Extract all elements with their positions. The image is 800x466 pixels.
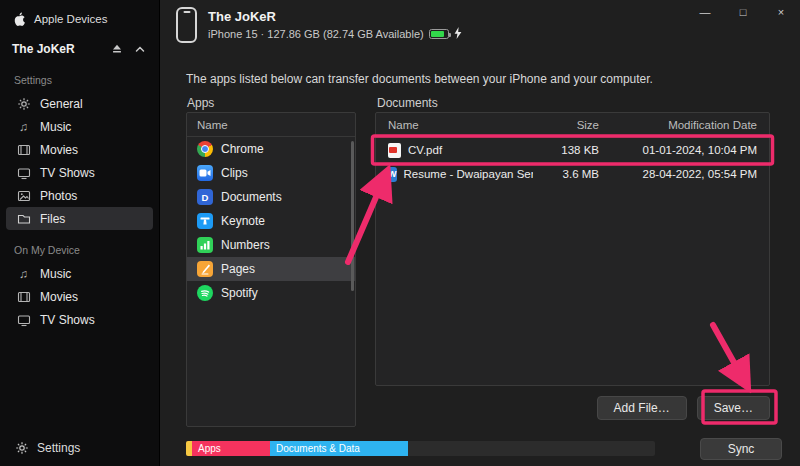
iphone-icon [176, 7, 197, 43]
chevron-up-icon[interactable] [132, 42, 147, 57]
maximize-button[interactable]: □ [724, 0, 762, 24]
app-row-pages[interactable]: Pages [187, 257, 355, 281]
pages-icon [197, 261, 213, 277]
app-name: Numbers [221, 238, 270, 252]
document-name: Resume - Dwaipayan Sengupta.docx [404, 168, 534, 180]
sidebar-item-label: Photos [40, 189, 77, 203]
sidebar-item-label: Music [40, 120, 71, 134]
pdf-file-icon [388, 143, 401, 158]
sidebar-settings-button[interactable]: Settings [14, 440, 80, 455]
film-icon [16, 289, 31, 304]
device-title: The JoKeR [208, 9, 462, 24]
app-row-keynote[interactable]: Keynote [187, 209, 355, 233]
tv-icon [16, 165, 31, 180]
document-name: CV.pdf [408, 144, 442, 156]
add-file-button[interactable]: Add File… [597, 396, 687, 420]
minimize-button[interactable]: — [686, 0, 724, 24]
window-controls: — □ × [686, 0, 800, 24]
document-row-cv-pdf[interactable]: CV.pdf 138 KB 01-01-2024, 10:04 PM [376, 138, 769, 162]
documents-header-row: Name Size Modification Date [376, 113, 769, 138]
app-row-clips[interactable]: Clips [187, 161, 355, 185]
sidebar-item-device-movies[interactable]: Movies [6, 285, 153, 308]
apps-panel-title: Apps [187, 96, 214, 110]
document-actions: Add File… Save… [375, 396, 770, 420]
storage-capacity-bar: Apps Documents & Data [186, 441, 655, 456]
document-size: 138 KB [541, 144, 599, 156]
apps-panel: Name Chrome Clips D Documents Keynote Nu… [186, 112, 356, 427]
save-button[interactable]: Save… [697, 396, 770, 420]
sidebar-item-label: TV Shows [40, 166, 95, 180]
app-row-documents[interactable]: D Documents [187, 185, 355, 209]
document-size: 3.6 MB [541, 168, 599, 180]
app-name: Spotify [221, 286, 258, 300]
eject-icon[interactable] [109, 42, 124, 57]
charging-bolt-icon [454, 27, 462, 41]
document-date: 28-04-2022, 05:54 PM [607, 168, 757, 180]
film-icon [16, 142, 31, 157]
document-date: 01-01-2024, 10:04 PM [607, 144, 757, 156]
sidebar-device-row[interactable]: The JoKeR [0, 38, 159, 60]
app-name: Keynote [221, 214, 265, 228]
sidebar-section-on-my-device: On My Device [0, 244, 159, 256]
numbers-icon [197, 237, 213, 253]
sidebar-item-files[interactable]: Files [6, 207, 153, 230]
document-row-resume-docx[interactable]: W Resume - Dwaipayan Sengupta.docx 3.6 M… [376, 162, 769, 186]
spotify-icon [197, 285, 213, 301]
sidebar-item-label: Music [40, 267, 71, 281]
column-name[interactable]: Name [388, 119, 533, 131]
capacity-segment-apps: Apps [192, 441, 270, 456]
sidebar-item-photos[interactable]: Photos [6, 184, 153, 207]
folder-icon [16, 211, 31, 226]
sidebar-item-music[interactable]: ♫ Music [6, 115, 153, 138]
clips-icon [197, 165, 213, 181]
close-button[interactable]: × [762, 0, 800, 24]
sidebar-item-label: Movies [40, 143, 78, 157]
sidebar-item-label: General [40, 97, 83, 111]
sidebar-item-label: TV Shows [40, 313, 95, 327]
column-modification-date[interactable]: Modification Date [607, 119, 757, 131]
app-row-spotify[interactable]: Spotify [187, 281, 355, 305]
app-brand: Apple Devices [0, 0, 159, 28]
chrome-icon [197, 141, 213, 157]
app-row-chrome[interactable]: Chrome [187, 137, 355, 161]
sidebar-item-label: Files [40, 212, 65, 226]
apps-scrollbar[interactable] [351, 141, 354, 291]
device-info: iPhone 15 · 127.86 GB (82.74 GB Availabl… [208, 28, 424, 40]
app-name: Chrome [221, 142, 264, 156]
app-name: Clips [221, 166, 248, 180]
device-header: The JoKeR iPhone 15 · 127.86 GB (82.74 G… [176, 7, 462, 43]
column-size[interactable]: Size [541, 119, 599, 131]
keynote-icon [197, 213, 213, 229]
sidebar-device-name: The JoKeR [12, 42, 109, 56]
sidebar-item-general[interactable]: General [6, 92, 153, 115]
photo-icon [16, 188, 31, 203]
word-file-icon: W [388, 167, 397, 182]
documents-panel-title: Documents [377, 96, 438, 110]
battery-icon [429, 29, 449, 39]
documents-icon: D [197, 189, 213, 205]
music-note-icon: ♫ [16, 266, 31, 281]
tv-icon [16, 312, 31, 327]
app-name: Documents [221, 190, 282, 204]
sidebar-footer-label: Settings [37, 441, 80, 455]
app-name: Pages [221, 262, 255, 276]
apple-devices-window: Apple Devices The JoKeR Settings General… [0, 0, 800, 466]
sidebar-item-device-tv-shows[interactable]: TV Shows [6, 308, 153, 331]
app-row-numbers[interactable]: Numbers [187, 233, 355, 257]
sidebar-item-label: Movies [40, 290, 78, 304]
gear-icon [16, 96, 31, 111]
sidebar-item-device-music[interactable]: ♫ Music [6, 262, 153, 285]
documents-panel: Name Size Modification Date CV.pdf 138 K… [375, 112, 770, 386]
sidebar: Apple Devices The JoKeR Settings General… [0, 0, 160, 466]
apps-column-header: Name [187, 113, 355, 137]
capacity-segment-documents-data: Documents & Data [270, 441, 408, 456]
apple-logo-icon [12, 12, 27, 27]
sidebar-item-movies[interactable]: Movies [6, 138, 153, 161]
sidebar-item-tv-shows[interactable]: TV Shows [6, 161, 153, 184]
music-note-icon: ♫ [16, 119, 31, 134]
transfer-description: The apps listed below can transfer docum… [186, 72, 653, 86]
sync-button[interactable]: Sync [700, 438, 782, 460]
app-title: Apple Devices [34, 13, 108, 25]
sidebar-section-settings: Settings [0, 74, 159, 86]
gear-icon [14, 440, 29, 455]
